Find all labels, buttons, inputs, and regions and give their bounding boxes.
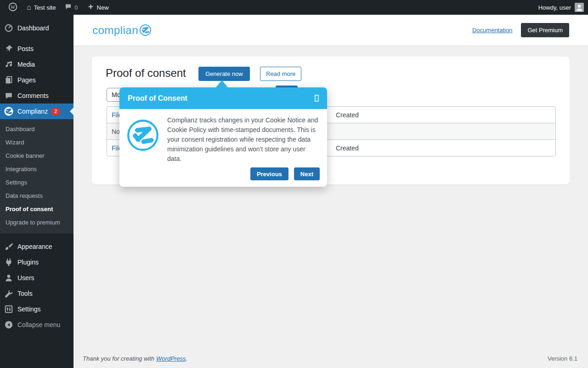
submenu-item-settings[interactable]: Settings [0,176,74,189]
close-icon[interactable] [315,95,319,102]
howdy-text: Howdy, user [538,4,571,11]
header-actions: Documentation Get Premium [472,23,569,37]
version-text: Version 6.1 [548,355,577,362]
submenu-item-wizard[interactable]: Wizard [0,136,74,149]
sidebar-item-label: Media [17,61,35,68]
sidebar-item-label: Appearance [17,243,52,250]
pushpin-icon [4,44,14,54]
column-header-created: Created [336,111,555,119]
new-label: New [97,4,109,11]
sidebar-separator [0,234,74,239]
tooltip-title: Proof of Consent [128,94,187,103]
sidebar-item-posts[interactable]: Posts [0,41,74,57]
wordpress-menu[interactable]: W [4,0,22,15]
plug-icon [4,257,14,267]
submenu-item-cookie-banner[interactable]: Cookie banner [0,149,74,162]
complianz-logo-text: complian [92,24,138,37]
submenu-item-integrations[interactable]: Integrations [0,162,74,176]
tooltip-text: Complianz tracks changes in your Cookie … [167,115,321,164]
complianz-header: complian Documentation Get Premium [74,15,588,46]
sidebar-item-label: Dashboard [17,24,49,32]
admin-bar-account[interactable]: Howdy, user [538,0,588,15]
comments-bubble-icon [65,3,72,12]
admin-bar-site-link[interactable]: ⌂ Test site [22,0,60,15]
get-premium-button[interactable]: Get Premium [521,23,569,37]
complianz-icon [4,106,14,116]
sidebar-item-dashboard[interactable]: Dashboard [0,20,74,36]
comments-count: 0 [74,4,78,11]
sidebar-item-pages[interactable]: Pages [0,72,74,88]
proof-of-consent-tooltip: Proof of Consent Complianz tracks change… [119,87,327,187]
documentation-link[interactable]: Documentation [472,27,512,34]
admin-sidebar: Dashboard Posts Media [0,15,74,368]
wordpress-admin-screen: W ⌂ Test site 0 [0,0,588,368]
wordpress-logo-icon: W [8,2,17,13]
collapse-menu-button[interactable]: Collapse menu [0,317,74,333]
footer-thanks-text: Thank you for creating with [83,355,154,362]
sidebar-item-label: Tools [17,290,33,297]
collapse-arrow-icon [4,320,14,330]
pages-icon [4,75,14,85]
tooltip-body: Complianz tracks changes in your Cookie … [119,109,327,167]
footer-thanks: Thank you for creating withWordPress. [83,355,187,362]
svg-text:W: W [11,5,15,10]
home-icon: ⌂ [27,4,31,11]
wordpress-link[interactable]: WordPress [156,355,186,362]
previous-button[interactable]: Previous [250,167,288,180]
sidebar-item-comments[interactable]: Comments [0,88,74,104]
sidebar-item-settings[interactable]: Settings [0,301,74,317]
user-icon [4,273,14,283]
admin-bar: W ⌂ Test site 0 [0,0,588,15]
complianz-badge-icon [126,118,160,152]
submenu-item-proof-of-consent[interactable]: Proof of consent [0,202,74,216]
sidebar-item-label: Plugins [17,259,39,266]
sidebar-item-users[interactable]: Users [0,270,74,286]
tooltip-header: Proof of Consent [119,87,327,109]
sidebar-item-plugins[interactable]: Plugins [0,254,74,270]
sidebar-item-media[interactable]: Media [0,57,74,72]
wrench-icon [4,288,14,299]
sidebar-item-appearance[interactable]: Appearance [0,239,74,254]
next-button[interactable]: Next [294,167,320,180]
admin-bar-left: W ⌂ Test site 0 [0,0,113,15]
sliders-icon [4,304,14,314]
admin-bar-new[interactable]: New [83,0,113,15]
sidebar-item-label: Pages [17,76,36,84]
generate-now-button[interactable]: Generate now [198,67,250,81]
admin-footer: Thank you for creating withWordPress. Ve… [83,355,577,362]
media-icon [4,59,14,69]
sidebar-item-complianz[interactable]: Complianz 2 [0,104,74,119]
sidebar-item-label: Complianz [17,108,48,115]
sidebar-item-label: Comments [17,92,49,99]
avatar [575,3,584,12]
submenu-item-upgrade-to-premium[interactable]: Upgrade to premium [0,216,74,229]
footer-period: . [186,355,187,362]
dashboard-icon [4,23,14,33]
sidebar-item-label: Users [17,274,34,282]
complianz-submenu: Dashboard Wizard Cookie banner Integrati… [0,119,74,234]
collapse-menu-label: Collapse menu [17,321,60,328]
page-title: Proof of consent [106,67,186,80]
sidebar-item-label: Posts [17,45,34,52]
sidebar-item-tools[interactable]: Tools [0,286,74,301]
plus-icon [87,3,94,12]
site-name: Test site [34,4,56,11]
read-more-button[interactable]: Read more [260,67,301,81]
column-footer-created: Created [336,144,555,152]
submenu-item-dashboard[interactable]: Dashboard [0,122,74,136]
admin-bar-comments[interactable]: 0 [60,0,82,15]
complianz-logo-z-icon [139,24,152,36]
tooltip-actions: Previous Next [119,167,327,187]
complianz-logo: complian [92,24,152,37]
submenu-item-data-requests[interactable]: Data requests [0,189,74,202]
tooltip-arrow [216,80,228,87]
notification-badge: 2 [51,108,60,115]
paintbrush-icon [4,242,14,252]
sidebar-item-label: Settings [17,305,41,313]
comment-icon [4,91,14,101]
